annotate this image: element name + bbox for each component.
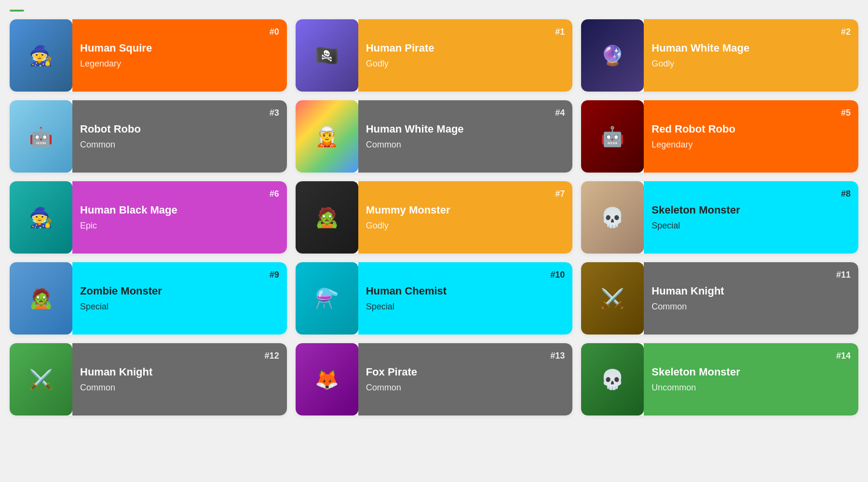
card-avatar: ⚔️ xyxy=(10,343,72,415)
card-item[interactable]: 🤖 #5 Red Robot Robo Legendary xyxy=(581,100,858,173)
card-name: Mummy Monster xyxy=(366,204,565,216)
card-rarity: Legendary xyxy=(80,59,279,69)
card-item[interactable]: 🧟 #9 Zombie Monster Special xyxy=(10,262,287,335)
card-rarity: Godly xyxy=(366,221,565,231)
card-number: #7 xyxy=(555,189,565,199)
card-avatar: 🧟 xyxy=(10,262,72,335)
card-rarity: Godly xyxy=(651,59,851,69)
card-image: 🧝 xyxy=(296,100,358,173)
card-grid: 🧙 #0 Human Squire Legendary 🏴‍☠️ #1 Huma… xyxy=(10,19,858,415)
card-item[interactable]: 🧙 #6 Human Black Mage Epic xyxy=(10,181,287,254)
card-avatar: 🤖 xyxy=(10,100,72,173)
card-rarity: Legendary xyxy=(651,140,851,150)
card-avatar: 🤖 xyxy=(581,100,644,173)
card-rarity: Common xyxy=(80,383,279,393)
card-info: #7 Mummy Monster Godly xyxy=(358,181,573,254)
card-info: #3 Robot Robo Common xyxy=(72,100,287,173)
card-name: Human White Mage xyxy=(651,42,851,54)
card-name: Human Pirate xyxy=(366,42,565,54)
card-rarity: Common xyxy=(366,140,565,150)
card-image: ⚗️ xyxy=(296,262,358,335)
card-item[interactable]: 🧙 #0 Human Squire Legendary xyxy=(10,19,287,92)
card-info: #9 Zombie Monster Special xyxy=(72,262,287,335)
card-name: Zombie Monster xyxy=(80,285,279,297)
card-name: Human Squire xyxy=(80,42,279,54)
card-name: Human Knight xyxy=(651,285,851,297)
card-image: 🧟 xyxy=(296,181,358,254)
card-avatar: 🏴‍☠️ xyxy=(296,19,358,92)
card-rarity: Common xyxy=(366,383,565,393)
card-name: Red Robot Robo xyxy=(651,123,851,135)
card-avatar: 🧝 xyxy=(296,100,358,173)
card-name: Skeleton Monster xyxy=(651,204,851,216)
card-rarity: Special xyxy=(651,221,851,231)
card-item[interactable]: ⚗️ #10 Human Chemist Special xyxy=(296,262,573,335)
card-rarity: Common xyxy=(80,140,279,150)
card-item[interactable]: 🧟 #7 Mummy Monster Godly xyxy=(296,181,573,254)
card-info: #1 Human Pirate Godly xyxy=(358,19,573,92)
card-avatar: 🧙 xyxy=(10,19,72,92)
card-item[interactable]: 🔮 #2 Human White Mage Godly xyxy=(581,19,858,92)
card-rarity: Uncommon xyxy=(651,383,851,393)
card-number: #6 xyxy=(270,189,279,199)
card-number: #2 xyxy=(841,27,851,37)
card-item[interactable]: 💀 #8 Skeleton Monster Special xyxy=(581,181,858,254)
card-number: #10 xyxy=(550,270,565,280)
card-image: 🔮 xyxy=(581,19,644,92)
card-info: #11 Human Knight Common xyxy=(644,262,858,335)
card-item[interactable]: 🦊 #13 Fox Pirate Common xyxy=(296,343,573,415)
card-info: #13 Fox Pirate Common xyxy=(358,343,573,415)
card-number: #11 xyxy=(836,270,851,280)
card-name: Human Chemist xyxy=(366,285,565,297)
card-image: 🧙 xyxy=(10,19,72,92)
card-rarity: Common xyxy=(651,302,851,312)
card-avatar: 🧟 xyxy=(296,181,358,254)
card-image: 🤖 xyxy=(581,100,644,173)
card-image: 🏴‍☠️ xyxy=(296,19,358,92)
card-number: #1 xyxy=(555,27,565,37)
card-rarity: Special xyxy=(366,302,565,312)
card-info: #10 Human Chemist Special xyxy=(358,262,573,335)
card-avatar: 💀 xyxy=(581,343,644,415)
card-item[interactable]: 🏴‍☠️ #1 Human Pirate Godly xyxy=(296,19,573,92)
card-number: #14 xyxy=(836,351,851,361)
card-item[interactable]: ⚔️ #12 Human Knight Common xyxy=(10,343,287,415)
card-image: 🧙 xyxy=(10,181,72,254)
card-number: #4 xyxy=(555,108,565,118)
card-avatar: 🦊 xyxy=(296,343,358,415)
card-avatar: ⚔️ xyxy=(581,262,644,335)
card-info: #6 Human Black Mage Epic xyxy=(72,181,287,254)
card-info: #14 Skeleton Monster Uncommon xyxy=(644,343,858,415)
card-image: 🦊 xyxy=(296,343,358,415)
card-name: Skeleton Monster xyxy=(651,366,851,378)
card-item[interactable]: 🤖 #3 Robot Robo Common xyxy=(10,100,287,173)
card-number: #3 xyxy=(270,108,279,118)
card-name: Robot Robo xyxy=(80,123,279,135)
card-number: #8 xyxy=(841,189,851,199)
card-item[interactable]: ⚔️ #11 Human Knight Common xyxy=(581,262,858,335)
card-info: #0 Human Squire Legendary xyxy=(72,19,287,92)
card-avatar: ⚗️ xyxy=(296,262,358,335)
card-image: ⚔️ xyxy=(581,262,644,335)
card-image: 🧟 xyxy=(10,262,72,335)
card-avatar: 💀 xyxy=(581,181,644,254)
card-image: 💀 xyxy=(581,181,644,254)
card-name: Fox Pirate xyxy=(366,366,565,378)
card-rarity: Epic xyxy=(80,221,279,231)
card-rarity: Special xyxy=(80,302,279,312)
card-image: ⚔️ xyxy=(10,343,72,415)
card-number: #0 xyxy=(270,27,279,37)
card-number: #13 xyxy=(550,351,565,361)
card-item[interactable]: 💀 #14 Skeleton Monster Uncommon xyxy=(581,343,858,415)
card-avatar: 🧙 xyxy=(10,181,72,254)
card-number: #12 xyxy=(265,351,279,361)
card-number: #5 xyxy=(841,108,851,118)
card-info: #8 Skeleton Monster Special xyxy=(644,181,858,254)
card-info: #4 Human White Mage Common xyxy=(358,100,573,173)
card-name: Human Knight xyxy=(80,366,279,378)
card-name: Human Black Mage xyxy=(80,204,279,216)
card-item[interactable]: 🧝 #4 Human White Mage Common xyxy=(296,100,573,173)
card-number: #9 xyxy=(270,270,279,280)
card-info: #2 Human White Mage Godly xyxy=(644,19,858,92)
card-rarity: Godly xyxy=(366,59,565,69)
